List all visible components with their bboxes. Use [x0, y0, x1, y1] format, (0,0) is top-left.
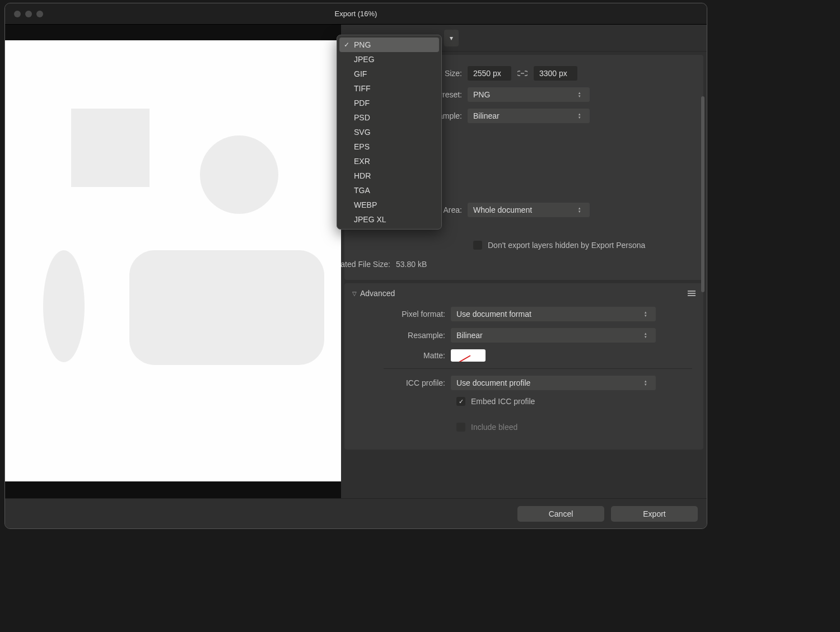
- preview-canvas: [5, 40, 341, 481]
- preview-top-margin: [5, 25, 341, 40]
- adv-resample-value: Bilinear: [456, 331, 483, 340]
- format-tab-button[interactable]: ▾: [444, 30, 459, 46]
- matte-label: Matte:: [356, 351, 445, 360]
- window-controls: [5, 11, 43, 17]
- matte-row: Matte:: [356, 349, 692, 362]
- filesize-value: 53.80 kB: [396, 260, 427, 269]
- area-select[interactable]: Whole document ▴▾: [468, 203, 590, 217]
- include-bleed-checkbox[interactable]: [456, 423, 465, 432]
- include-bleed-label: Include bleed: [471, 423, 517, 432]
- advanced-header[interactable]: ▽ Advanced: [344, 283, 703, 303]
- close-window-icon[interactable]: [14, 11, 21, 17]
- filesize-label: Estimated File Size:: [341, 260, 390, 269]
- pixel-format-label: Pixel format:: [356, 310, 445, 319]
- preset-value: PNG: [473, 90, 490, 99]
- dialog-footer: Cancel Export: [5, 498, 707, 528]
- dropdown-item-label: HDR: [354, 171, 371, 180]
- stepper-icon: ▴▾: [645, 331, 650, 339]
- dropdown-item-label: TIFF: [354, 84, 371, 93]
- dropdown-item-label: SVG: [354, 128, 371, 137]
- dropdown-item-png[interactable]: ✓PNG: [339, 38, 439, 52]
- dropdown-item-label: GIF: [354, 69, 367, 78]
- dropdown-item-label: WEBP: [354, 200, 377, 209]
- hidden-layers-row: Don't export layers hidden by Export Per…: [473, 241, 692, 250]
- maximize-window-icon[interactable]: [36, 11, 43, 17]
- chevron-down-icon: ▾: [450, 34, 453, 42]
- dropdown-item-jpeg[interactable]: JPEG: [339, 52, 439, 67]
- advanced-section: ▽ Advanced Pixel format: Use document fo…: [344, 283, 703, 450]
- filesize-row: Estimated File Size: 53.80 kB: [356, 260, 692, 269]
- area-value: Whole document: [473, 205, 532, 214]
- dropdown-item-label: JPEG XL: [354, 215, 386, 224]
- chevron-down-icon: ▽: [352, 291, 357, 297]
- dropdown-item-label: EPS: [354, 142, 370, 151]
- preview-panel: [5, 25, 341, 498]
- resample-value: Bilinear: [473, 111, 500, 120]
- dropdown-item-webp[interactable]: WEBP: [339, 198, 439, 212]
- dropdown-item-gif[interactable]: GIF: [339, 67, 439, 81]
- dropdown-item-tga[interactable]: TGA: [339, 183, 439, 198]
- preset-select[interactable]: PNG ▴▾: [468, 87, 590, 102]
- preview-bottom-margin: [5, 481, 341, 498]
- hidden-layers-checkbox[interactable]: [473, 241, 482, 250]
- dropdown-item-label: PDF: [354, 99, 370, 107]
- stepper-icon: ▴▾: [578, 112, 584, 120]
- format-dropdown[interactable]: ✓PNGJPEGGIFTIFFPDFPSDSVGEPSEXRHDRTGAWEBP…: [337, 35, 442, 230]
- dropdown-item-label: JPEG: [354, 55, 375, 64]
- dropdown-item-psd[interactable]: PSD: [339, 110, 439, 125]
- pixel-format-row: Pixel format: Use document format ▴▾: [356, 307, 692, 321]
- hidden-layers-label: Don't export layers hidden by Export Per…: [488, 241, 645, 250]
- preview-shape-roundrect: [129, 250, 324, 365]
- export-button[interactable]: Export: [611, 506, 698, 522]
- adv-resample-label: Resample:: [356, 331, 445, 340]
- include-bleed-row: Include bleed: [456, 423, 692, 432]
- embed-icc-label: Embed ICC profile: [471, 397, 535, 406]
- dropdown-item-exr[interactable]: EXR: [339, 154, 439, 168]
- titlebar: Export (16%): [5, 3, 707, 25]
- dropdown-item-hdr[interactable]: HDR: [339, 168, 439, 183]
- width-input[interactable]: [468, 66, 511, 81]
- preview-shape-ellipse: [43, 250, 85, 362]
- stepper-icon: ▴▾: [578, 206, 584, 214]
- pixel-format-select[interactable]: Use document format ▴▾: [451, 307, 656, 321]
- minimize-window-icon[interactable]: [25, 11, 32, 17]
- dropdown-item-jpeg-xl[interactable]: JPEG XL: [339, 212, 439, 227]
- dropdown-item-label: PSD: [354, 113, 370, 122]
- dropdown-item-eps[interactable]: EPS: [339, 139, 439, 154]
- stepper-icon: ▴▾: [645, 310, 650, 318]
- link-dimensions-icon[interactable]: [517, 69, 528, 77]
- check-icon: ✓: [344, 41, 349, 49]
- window-title: Export (16%): [335, 10, 377, 18]
- dropdown-item-label: PNG: [354, 40, 371, 49]
- advanced-title: Advanced: [360, 289, 395, 298]
- hamburger-icon[interactable]: [688, 291, 696, 296]
- icc-value: Use document profile: [456, 378, 530, 387]
- preview-shape-circle: [200, 135, 278, 214]
- divider: [384, 368, 692, 369]
- icc-select[interactable]: Use document profile ▴▾: [451, 376, 656, 390]
- dropdown-item-label: TGA: [354, 186, 370, 195]
- adv-resample-row: Resample: Bilinear ▴▾: [356, 328, 692, 343]
- resample-select[interactable]: Bilinear ▴▾: [468, 109, 590, 123]
- dropdown-item-label: EXR: [354, 157, 370, 166]
- stepper-icon: ▴▾: [578, 91, 584, 99]
- embed-icc-row: ✓ Embed ICC profile: [456, 397, 692, 406]
- preview-shape-square: [71, 109, 150, 187]
- embed-icc-checkbox[interactable]: ✓: [456, 397, 465, 406]
- dropdown-item-tiff[interactable]: TIFF: [339, 81, 439, 96]
- cancel-button[interactable]: Cancel: [517, 506, 604, 522]
- scrollbar[interactable]: [701, 96, 704, 292]
- adv-resample-select[interactable]: Bilinear ▴▾: [451, 328, 656, 343]
- icc-row: ICC profile: Use document profile ▴▾: [356, 376, 692, 390]
- pixel-format-value: Use document format: [456, 310, 531, 319]
- dropdown-item-pdf[interactable]: PDF: [339, 96, 439, 110]
- height-input[interactable]: [534, 66, 577, 81]
- dropdown-item-svg[interactable]: SVG: [339, 125, 439, 139]
- stepper-icon: ▴▾: [645, 379, 650, 387]
- icc-label: ICC profile:: [356, 378, 445, 387]
- matte-swatch[interactable]: [451, 349, 486, 362]
